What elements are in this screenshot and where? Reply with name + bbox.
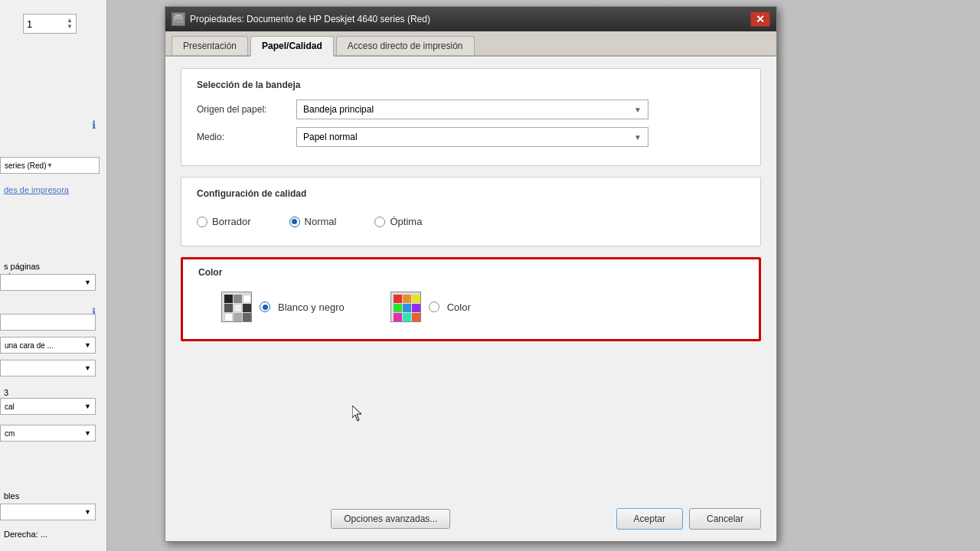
derecha-label-bg: Derecha: ... bbox=[0, 528, 51, 540]
tab-papel-calidad[interactable]: Papel/Calidad bbox=[250, 36, 334, 57]
medio-dropdown-arrow: ▼ bbox=[634, 133, 642, 142]
bw-option[interactable]: Blanco y negro bbox=[221, 292, 345, 322]
tab-acceso-directo-label: Acceso directo de impresión bbox=[348, 41, 463, 51]
cara-text: una cara de ... bbox=[5, 341, 84, 350]
pages-dropdown-bg[interactable]: ▼ bbox=[0, 274, 96, 291]
section-bandeja: Selección de la bandeja Origen del papel… bbox=[181, 68, 761, 166]
num-text: 3 bbox=[4, 388, 8, 397]
bw-icon bbox=[221, 292, 252, 322]
section-color: Color bbox=[181, 257, 761, 341]
origen-label: Origen del papel: bbox=[197, 104, 296, 115]
medio-select[interactable]: Papel normal ▼ bbox=[296, 127, 648, 147]
bles-text: bles bbox=[4, 491, 19, 500]
text-input-bg[interactable] bbox=[0, 314, 96, 331]
num-label-bg: 3 bbox=[0, 386, 12, 399]
background-sidebar: 1 ▲ ▼ ℹ series (Red) ▼ des de impresora … bbox=[0, 0, 107, 551]
color-options-group: Blanco y negro bbox=[198, 285, 743, 328]
tab-bar: Presentación Papel/Calidad Acceso direct… bbox=[165, 31, 776, 57]
bw-label: Blanco y negro bbox=[278, 302, 345, 313]
svg-rect-1 bbox=[175, 15, 181, 16]
dropdown7-bg[interactable]: ▼ bbox=[0, 504, 96, 520]
svg-rect-2 bbox=[175, 20, 182, 21]
cara-dropdown-bg[interactable]: una cara de ... ▼ bbox=[0, 337, 96, 354]
tab-presentacion[interactable]: Presentación bbox=[172, 36, 248, 55]
color-title: Color bbox=[198, 267, 743, 278]
origen-value: Bandeja principal bbox=[303, 104, 374, 115]
footer-buttons: Aceptar Cancelar bbox=[616, 508, 761, 530]
page-spinner[interactable]: 1 ▲ ▼ bbox=[23, 14, 77, 34]
color-label: Color bbox=[447, 302, 471, 313]
spinner-value: 1 bbox=[27, 18, 32, 30]
calidad-title: Configuración de calidad bbox=[197, 188, 745, 199]
color-option[interactable]: Color bbox=[390, 292, 471, 322]
origen-select[interactable]: Bandeja principal ▼ bbox=[296, 99, 648, 119]
cal-text: cal bbox=[5, 403, 84, 411]
tab-papel-calidad-label: Papel/Calidad bbox=[262, 41, 322, 51]
borrador-label: Borrador bbox=[212, 216, 251, 227]
section-calidad: Configuración de calidad Borrador Normal… bbox=[181, 177, 761, 246]
advanced-btn-label: Opciones avanzadas... bbox=[344, 514, 437, 524]
optima-radio[interactable] bbox=[374, 217, 385, 227]
dropdown4-bg[interactable]: ▼ bbox=[0, 360, 96, 377]
cancel-button[interactable]: Cancelar bbox=[689, 508, 761, 530]
dialog-footer: Opciones avanzadas... Aceptar Cancelar bbox=[165, 500, 776, 541]
bles-label-bg: bles bbox=[0, 490, 23, 502]
dialog-content: Selección de la bandeja Origen del papel… bbox=[165, 57, 776, 500]
medio-value: Papel normal bbox=[303, 132, 358, 142]
cm-text: cm bbox=[5, 429, 84, 438]
accept-label: Aceptar bbox=[634, 514, 665, 524]
close-icon: ✕ bbox=[756, 13, 765, 25]
color-icon bbox=[390, 292, 421, 322]
bandeja-title: Selección de la bandeja bbox=[197, 80, 745, 90]
quality-radio-group: Borrador Normal Óptima bbox=[197, 208, 745, 235]
normal-radio[interactable] bbox=[289, 217, 300, 227]
origen-dropdown-arrow: ▼ bbox=[634, 106, 642, 114]
dropdown5-bg[interactable]: cal ▼ bbox=[0, 398, 96, 415]
color-radio[interactable] bbox=[429, 302, 439, 312]
link-text: des de impresora bbox=[4, 185, 69, 194]
cancel-label: Cancelar bbox=[707, 514, 743, 524]
derecha-text: Derecha: ... bbox=[4, 530, 47, 539]
normal-label: Normal bbox=[305, 216, 337, 227]
titlebar: Propiedades: Documento de HP Deskjet 464… bbox=[165, 7, 776, 31]
quality-optima[interactable]: Óptima bbox=[374, 216, 422, 227]
bw-radio[interactable] bbox=[260, 302, 270, 312]
medio-row: Medio: Papel normal ▼ bbox=[197, 127, 745, 147]
printer-dropdown-bg[interactable]: series (Red) ▼ bbox=[0, 157, 100, 174]
optima-label: Óptima bbox=[390, 216, 422, 227]
quality-normal[interactable]: Normal bbox=[289, 216, 337, 227]
accept-button[interactable]: Aceptar bbox=[616, 508, 683, 530]
advanced-options-button[interactable]: Opciones avanzadas... bbox=[331, 509, 450, 529]
close-button[interactable]: ✕ bbox=[750, 11, 770, 27]
origen-row: Origen del papel: Bandeja principal ▼ bbox=[197, 99, 745, 119]
dropdown6-bg[interactable]: cm ▼ bbox=[0, 425, 96, 442]
medio-label: Medio: bbox=[197, 132, 296, 142]
printer-text: series (Red) bbox=[5, 161, 46, 170]
dialog-icon bbox=[172, 12, 185, 26]
quality-borrador[interactable]: Borrador bbox=[197, 216, 251, 227]
printer-properties-dialog: Propiedades: Documento de HP Deskjet 464… bbox=[165, 6, 777, 542]
printer-properties-link[interactable]: des de impresora bbox=[0, 184, 73, 196]
pages-text: s páginas bbox=[4, 262, 88, 271]
borrador-radio[interactable] bbox=[197, 217, 207, 227]
info-icon-1: ℹ bbox=[92, 119, 96, 131]
tab-presentacion-label: Presentación bbox=[183, 41, 237, 51]
dialog-title: Propiedades: Documento de HP Deskjet 464… bbox=[190, 14, 750, 24]
tab-acceso-directo[interactable]: Acceso directo de impresión bbox=[336, 36, 475, 55]
spinner-arrows[interactable]: ▲ ▼ bbox=[67, 18, 73, 30]
